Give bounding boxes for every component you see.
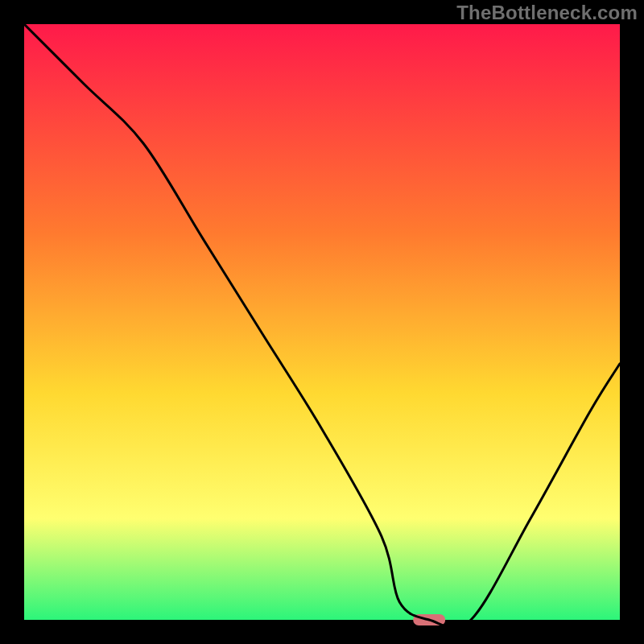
watermark-text: TheBottleneck.com xyxy=(456,2,638,24)
bottleneck-chart xyxy=(0,0,644,644)
chart-container: TheBottleneck.com xyxy=(0,0,644,644)
plot-background xyxy=(24,24,620,620)
